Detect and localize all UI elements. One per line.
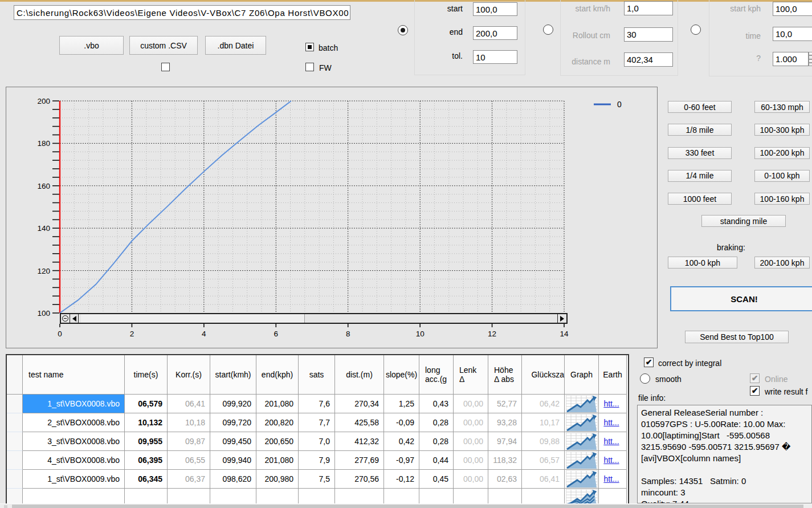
- table-cell[interactable]: 0,43: [419, 395, 454, 413]
- table-cell[interactable]: 00,00: [454, 470, 488, 489]
- file-info-box[interactable]: General ReleaseSerial number : 010597GPS…: [637, 405, 812, 503]
- run-button-0-60-feet[interactable]: 0-60 feet: [668, 101, 732, 113]
- run-button-1-4-mile[interactable]: 1/4 mile: [668, 170, 732, 182]
- column-header-sats[interactable]: sats: [299, 355, 335, 395]
- scan-button[interactable]: SCAN!: [670, 286, 812, 311]
- table-cell[interactable]: 7,7: [299, 413, 335, 432]
- column-header-korr-s-[interactable]: Korr.(s): [168, 355, 210, 395]
- time-based-radio[interactable]: [691, 25, 701, 35]
- file-path-input[interactable]: C:\sicherung\Rock63\Videos\Eigene Videos…: [14, 5, 350, 20]
- table-cell[interactable]: 270,56: [335, 470, 384, 489]
- table-cell[interactable]: 277,69: [335, 451, 384, 470]
- table-cell[interactable]: [599, 489, 627, 503]
- table-cell[interactable]: 0,44: [419, 451, 454, 470]
- earth-link[interactable]: htt...: [603, 474, 619, 483]
- table-cell[interactable]: [299, 489, 335, 503]
- speed-range-radio[interactable]: [398, 25, 408, 35]
- run-button-60-130-mph[interactable]: 60-130 mph: [754, 101, 810, 113]
- table-cell[interactable]: [454, 489, 488, 503]
- graph-cell[interactable]: [565, 451, 599, 470]
- start-kph-field[interactable]: 100,0: [773, 2, 812, 16]
- run-button-1-8-mile[interactable]: 1/8 mile: [668, 124, 732, 136]
- test-name-cell[interactable]: 4_st\VBOX0008.vbo: [23, 451, 125, 470]
- rollout-cm-field[interactable]: 30: [624, 27, 673, 42]
- earth-link[interactable]: htt...: [603, 399, 619, 408]
- table-cell[interactable]: 00,00: [454, 451, 488, 470]
- table-cell[interactable]: -0,09: [384, 413, 419, 432]
- speed-chart[interactable]: 100120140160180200024681012140: [6, 87, 657, 348]
- custom-csv-button[interactable]: custom .CSV: [129, 36, 198, 55]
- table-cell[interactable]: 10,17: [522, 413, 565, 432]
- table-cell[interactable]: 06,41: [522, 470, 565, 489]
- column-header-test-name[interactable]: test name: [23, 355, 125, 395]
- column-header-long-acc[interactable]: long acc.(g: [419, 355, 454, 395]
- table-cell[interactable]: 200,980: [256, 470, 299, 489]
- table-cell[interactable]: 200,650: [256, 432, 299, 451]
- run-button-330-feet[interactable]: 330 feet: [668, 147, 732, 159]
- table-cell[interactable]: 10,18: [168, 413, 210, 432]
- time-field[interactable]: 10,0: [773, 27, 812, 41]
- table-cell[interactable]: 7,6: [299, 395, 335, 413]
- table-cell[interactable]: 97,94: [488, 432, 522, 451]
- row-header[interactable]: [7, 470, 23, 489]
- table-cell[interactable]: [210, 489, 256, 503]
- test-name-cell[interactable]: 1_st\VBOX0008.vbo: [23, 395, 125, 413]
- chart-scrollbar-thumb[interactable]: [81, 314, 305, 323]
- table-corner-header[interactable]: [7, 355, 23, 395]
- table-cell[interactable]: 7,5: [299, 470, 335, 489]
- factor-spinner[interactable]: [809, 52, 812, 66]
- table-cell[interactable]: 0,28: [419, 432, 454, 451]
- table-cell[interactable]: 099,940: [210, 451, 256, 470]
- dbn-datei-button[interactable]: .dbn Datei: [205, 36, 266, 55]
- chart-scroll-right-button[interactable]: [557, 314, 566, 323]
- table-cell[interactable]: 7,9: [299, 451, 335, 470]
- tol-field[interactable]: 10: [473, 50, 517, 64]
- earth-cell[interactable]: htt...: [599, 395, 627, 413]
- start-kmh-field[interactable]: 1,0: [624, 1, 673, 15]
- table-cell[interactable]: 201,080: [256, 451, 299, 470]
- column-header-start-kmh-[interactable]: start(kmh): [210, 355, 256, 395]
- table-cell[interactable]: -0,12: [384, 470, 419, 489]
- table-cell[interactable]: [125, 489, 168, 503]
- earth-cell[interactable]: htt...: [599, 470, 627, 489]
- batch-checkbox[interactable]: [305, 43, 314, 51]
- chart-scrollbar[interactable]: [60, 313, 568, 324]
- start-field[interactable]: 100,0: [473, 2, 517, 16]
- table-cell[interactable]: 06,57: [522, 451, 565, 470]
- table-cell[interactable]: 0,42: [384, 432, 419, 451]
- table-cell[interactable]: 099,920: [210, 395, 256, 413]
- column-header-dist-m-[interactable]: dist.(m): [335, 355, 384, 395]
- run-button-100-160-kph[interactable]: 100-160 kph: [754, 193, 810, 205]
- table-cell[interactable]: [168, 489, 210, 503]
- table-cell[interactable]: 52,77: [488, 395, 522, 413]
- smooth-radio[interactable]: [640, 373, 650, 384]
- run-button-100-0-kph[interactable]: 100-0 kph: [668, 257, 737, 269]
- results-table[interactable]: test nametime(s)Korr.(s)start(kmh)end(kp…: [6, 354, 629, 503]
- table-cell[interactable]: 00,00: [454, 413, 488, 432]
- table-cell[interactable]: 93,28: [488, 413, 522, 432]
- table-cell[interactable]: 425,58: [335, 413, 384, 432]
- table-cell[interactable]: [384, 489, 419, 503]
- table-cell[interactable]: 0,45: [419, 470, 454, 489]
- row-header[interactable]: [7, 432, 23, 451]
- table-cell[interactable]: 06,41: [168, 395, 210, 413]
- table-cell[interactable]: [522, 489, 565, 503]
- run-button-standing-mile[interactable]: standing mile: [701, 215, 786, 227]
- window-horizontal-scrollbar[interactable]: [0, 503, 812, 508]
- table-cell[interactable]: 7,0: [299, 432, 335, 451]
- graph-cell[interactable]: [565, 432, 599, 451]
- earth-cell[interactable]: htt...: [599, 432, 627, 451]
- fw-checkbox[interactable]: [305, 63, 314, 71]
- chart-scroll-left-button[interactable]: [70, 314, 79, 323]
- correct-by-integral-checkbox[interactable]: ✔: [644, 357, 654, 367]
- distance-m-field[interactable]: 402,34: [624, 52, 673, 67]
- run-button-200-100-kph[interactable]: 200-100 kph: [754, 257, 810, 269]
- test-name-cell[interactable]: 1_st\VBOX0009.vbo: [23, 470, 125, 489]
- table-cell[interactable]: 06,42: [522, 395, 565, 413]
- table-cell[interactable]: 200,820: [256, 413, 299, 432]
- table-cell[interactable]: 098,620: [210, 470, 256, 489]
- table-cell[interactable]: 1,25: [384, 395, 419, 413]
- table-cell[interactable]: -0,97: [384, 451, 419, 470]
- table-cell[interactable]: [256, 489, 299, 503]
- test-name-cell[interactable]: 2_st\VBOX0008.vbo: [23, 413, 125, 432]
